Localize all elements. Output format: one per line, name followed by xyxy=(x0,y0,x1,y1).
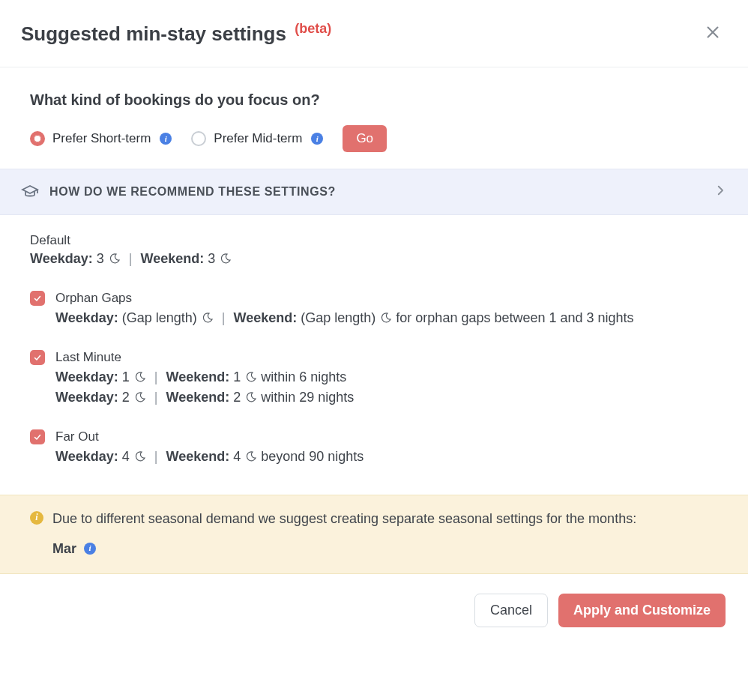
separator: | xyxy=(129,251,133,266)
group-name: Last Minute xyxy=(55,350,121,365)
weekend-value: (Gap length) xyxy=(301,310,375,325)
checkbox-last-minute[interactable] xyxy=(30,350,45,365)
radio-label: Prefer Mid-term xyxy=(214,131,302,146)
cancel-button[interactable]: Cancel xyxy=(474,594,548,627)
weekend-label: Weekend: xyxy=(166,390,229,405)
weekend-label: Weekend: xyxy=(140,251,204,266)
moon-icon xyxy=(109,253,121,268)
rule-line: Weekday: 3 | Weekend: 3 xyxy=(30,251,718,268)
close-button[interactable] xyxy=(702,21,724,43)
warning-month-row: Mar i xyxy=(52,539,636,558)
weekday-value: 2 xyxy=(122,390,130,405)
weekend-label: Weekend: xyxy=(234,310,298,325)
rule-tail: for orphan gaps between 1 and 3 nights xyxy=(396,310,633,325)
group-last-minute: Last Minute Weekday: 1 | Weekend: 1 with… xyxy=(30,350,718,407)
group-far-out: Far Out Weekday: 4 | Weekend: 4 beyond 9… xyxy=(30,429,718,466)
dialog-footer: Cancel Apply and Customize xyxy=(0,574,748,650)
radio-prefer-mid-term[interactable]: Prefer Mid-term i xyxy=(191,131,323,146)
warning-month: Mar xyxy=(52,539,76,558)
moon-icon xyxy=(134,450,146,466)
booking-preference-question: What kind of bookings do you focus on? xyxy=(30,91,718,109)
seasonal-warning: i Due to different seasonal demand we su… xyxy=(0,495,748,574)
group-name: Far Out xyxy=(55,429,99,444)
checkbox-orphan-gaps[interactable] xyxy=(30,291,45,306)
graduation-cap-icon xyxy=(21,183,39,201)
rule-line: Weekday: (Gap length) | Weekend: (Gap le… xyxy=(55,310,718,328)
settings-list: Default Weekday: 3 | Weekend: 3 Orphan G… xyxy=(0,215,748,495)
weekend-value: 1 xyxy=(233,369,241,384)
rule-line: Weekday: 2 | Weekend: 2 within 29 nights xyxy=(55,390,718,407)
separator: | xyxy=(154,390,158,405)
weekend-value: 4 xyxy=(233,449,241,464)
weekday-label: Weekday: xyxy=(30,251,93,266)
weekday-label: Weekday: xyxy=(55,390,118,405)
moon-icon xyxy=(245,450,257,466)
group-name: Orphan Gaps xyxy=(55,291,132,306)
moon-icon xyxy=(245,371,257,387)
separator: | xyxy=(154,449,158,464)
weekday-value: 4 xyxy=(122,449,130,464)
rule-line: Weekday: 1 | Weekend: 1 within 6 nights xyxy=(55,369,718,387)
radio-dot-icon xyxy=(30,131,45,146)
weekend-value: 3 xyxy=(208,251,215,266)
close-icon xyxy=(705,31,721,43)
booking-preference-section: What kind of bookings do you focus on? P… xyxy=(0,67,748,169)
weekday-value: 1 xyxy=(122,369,130,384)
separator: | xyxy=(222,310,226,325)
go-button[interactable]: Go xyxy=(343,125,387,152)
dialog-title-text: Suggested min-stay settings xyxy=(21,22,286,45)
rule-tail: within 6 nights xyxy=(261,369,346,384)
rule-tail: within 29 nights xyxy=(261,390,354,405)
info-icon[interactable]: i xyxy=(311,133,323,145)
recommendation-explainer-accordion[interactable]: HOW DO WE RECOMMEND THESE SETTINGS? xyxy=(0,169,748,215)
weekend-label: Weekend: xyxy=(166,449,229,464)
booking-preference-options: Prefer Short-term i Prefer Mid-term i Go xyxy=(30,125,718,152)
apply-and-customize-button[interactable]: Apply and Customize xyxy=(558,594,726,627)
dialog-header: Suggested min-stay settings (beta) xyxy=(0,0,748,67)
info-icon[interactable]: i xyxy=(160,133,172,145)
group-default: Default Weekday: 3 | Weekend: 3 xyxy=(30,233,718,268)
dialog-title: Suggested min-stay settings (beta) xyxy=(21,21,331,46)
weekend-value: 2 xyxy=(233,390,241,405)
moon-icon xyxy=(134,371,146,387)
weekday-label: Weekday: xyxy=(55,449,118,464)
moon-icon xyxy=(220,253,232,268)
radio-dot-icon xyxy=(191,131,206,146)
chevron-right-icon xyxy=(714,184,727,200)
weekday-value: 3 xyxy=(97,251,104,266)
beta-tag: (beta) xyxy=(295,21,331,36)
checkbox-far-out[interactable] xyxy=(30,429,45,444)
moon-icon xyxy=(380,312,392,328)
moon-icon xyxy=(245,391,257,407)
moon-icon xyxy=(134,391,146,407)
info-icon[interactable]: i xyxy=(84,543,96,555)
rule-line: Weekday: 4 | Weekend: 4 beyond 90 nights xyxy=(55,449,718,466)
weekend-label: Weekend: xyxy=(166,369,229,384)
radio-label: Prefer Short-term xyxy=(52,131,151,146)
weekday-value: (Gap length) xyxy=(122,310,197,325)
accordion-title: HOW DO WE RECOMMEND THESE SETTINGS? xyxy=(49,185,703,199)
group-name: Default xyxy=(30,233,718,248)
radio-prefer-short-term[interactable]: Prefer Short-term i xyxy=(30,131,172,146)
group-orphan-gaps: Orphan Gaps Weekday: (Gap length) | Week… xyxy=(30,291,718,328)
rule-tail: beyond 90 nights xyxy=(261,449,364,464)
weekday-label: Weekday: xyxy=(55,310,118,325)
weekday-label: Weekday: xyxy=(55,369,118,384)
warning-info-icon: i xyxy=(30,511,43,525)
moon-icon xyxy=(202,312,214,328)
warning-text: Due to different seasonal demand we sugg… xyxy=(52,509,636,528)
separator: | xyxy=(154,369,158,384)
